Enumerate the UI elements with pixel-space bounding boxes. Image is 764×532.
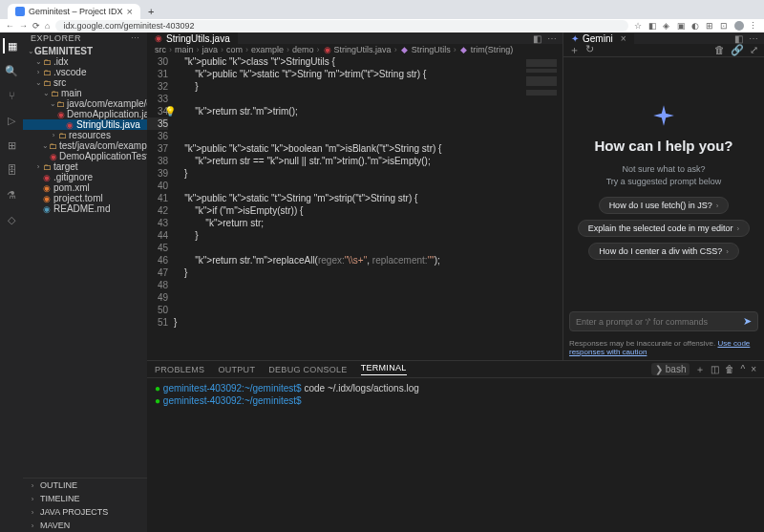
code-line[interactable] xyxy=(174,279,562,291)
tree-file[interactable]: ◉DemoApplicationTests.java xyxy=(23,151,147,161)
tree-file[interactable]: ◉.gitignore xyxy=(23,172,147,182)
tree-folder[interactable]: ›🗀target xyxy=(23,161,147,172)
code-line[interactable]: "k">if ("m">isEmpty(str)) { xyxy=(174,204,562,217)
link-icon[interactable]: 🔗 xyxy=(731,44,744,56)
new-chat-icon[interactable]: ＋ xyxy=(569,43,580,57)
url-field[interactable]: idx.google.com/geminitest-403092 xyxy=(55,20,628,32)
tree-file[interactable]: ◉README.md xyxy=(23,203,147,214)
sidebar-section[interactable]: ›TIMELINE xyxy=(23,492,147,505)
tree-file[interactable]: ◉pom.xml xyxy=(23,182,147,193)
ext-icon[interactable]: ◈ xyxy=(663,21,672,31)
code-line[interactable]: "k">public "k">static "t">String "m">tri… xyxy=(174,68,562,80)
tree-folder[interactable]: ›🗀.vscode xyxy=(23,67,147,77)
run-debug-icon[interactable]: ▷ xyxy=(4,113,19,128)
code-line[interactable] xyxy=(174,242,562,254)
panel-tab[interactable]: PROBLEMS xyxy=(155,365,204,374)
expand-icon[interactable]: ⤢ xyxy=(750,44,758,56)
more-icon[interactable]: ⋯ xyxy=(749,33,758,44)
panel-tab[interactable]: TERMINAL xyxy=(361,363,407,375)
tree-folder[interactable]: ⌄🗀src xyxy=(23,77,147,88)
editor-viewport[interactable]: 3031323334353637383940414243444546474849… xyxy=(147,55,562,360)
tree-folder[interactable]: ›🗀resources xyxy=(23,130,147,140)
new-terminal-icon[interactable]: ＋ xyxy=(695,363,705,376)
panel-tab[interactable]: DEBUG CONSOLE xyxy=(268,365,347,374)
code-line[interactable] xyxy=(174,291,562,304)
suggestion-chip[interactable]: How do I center a div with CSS?› xyxy=(588,243,739,260)
breadcrumb-segment[interactable]: src xyxy=(155,45,166,54)
code-line[interactable] xyxy=(174,117,562,130)
close-panel-icon[interactable]: × xyxy=(751,364,756,374)
breadcrumb-segment[interactable]: com xyxy=(226,45,243,54)
code-line[interactable]: } xyxy=(174,266,562,279)
search-icon[interactable]: 🔍 xyxy=(4,63,19,78)
split-terminal-icon[interactable]: ◫ xyxy=(711,364,719,374)
breadcrumb-segment[interactable]: ◉StringUtils.java xyxy=(323,45,392,54)
breadcrumb-segment[interactable]: ◆StringUtils xyxy=(400,45,451,54)
breadcrumb-segment[interactable]: demo xyxy=(292,45,314,54)
panel-tab[interactable]: OUTPUT xyxy=(218,365,255,374)
terminal[interactable]: ● geminitest-403092:~/geminitest$ code ~… xyxy=(147,378,764,532)
code-line[interactable] xyxy=(174,180,562,192)
ext-icon[interactable]: ▣ xyxy=(677,21,687,31)
code-line[interactable]: } xyxy=(174,229,562,242)
code-line[interactable]: "k">return str."m">replaceAll(regex:"\\s… xyxy=(174,254,562,266)
sidebar-section[interactable]: ›JAVA PROJECTS xyxy=(23,505,147,519)
breadcrumb-segment[interactable]: ◆trim(String) xyxy=(459,45,514,54)
maximize-panel-icon[interactable]: ^ xyxy=(740,364,745,374)
more-icon[interactable]: ⋯ xyxy=(131,33,140,43)
tree-root[interactable]: ⌄GEMINITEST xyxy=(23,46,147,56)
home-icon[interactable]: ⌂ xyxy=(45,21,50,31)
history-icon[interactable]: ↻ xyxy=(585,43,594,57)
explorer-icon[interactable]: ▦ xyxy=(3,38,18,53)
code-line[interactable]: } xyxy=(174,316,562,329)
more-actions-icon[interactable]: ⋯ xyxy=(547,33,557,44)
minimap[interactable] xyxy=(522,55,562,360)
ext-icon[interactable]: ◧ xyxy=(648,21,658,31)
shell-selector[interactable]: ❯ bash xyxy=(651,363,690,375)
lightbulb-icon[interactable]: 💡 xyxy=(164,105,176,117)
breadcrumb-segment[interactable]: example xyxy=(251,45,284,54)
ext-icon[interactable]: ◐ xyxy=(691,21,701,31)
tree-file[interactable]: ◉DemoApplication.java xyxy=(23,109,147,119)
editor-tab[interactable]: ◉ StringUtils.java xyxy=(147,32,239,44)
forward-icon[interactable]: → xyxy=(19,21,28,31)
breadcrumb[interactable]: src›main›java›com›example›demo›◉StringUt… xyxy=(147,44,562,55)
suggestion-chip[interactable]: Explain the selected code in my editor› xyxy=(578,220,750,237)
delete-icon[interactable]: 🗑 xyxy=(714,44,725,56)
split-editor-icon[interactable]: ◧ xyxy=(533,33,541,44)
tree-folder[interactable]: ⌄🗀test/java/com/example/demo xyxy=(23,140,147,151)
code-line[interactable]: } xyxy=(174,80,562,93)
kill-terminal-icon[interactable]: 🗑 xyxy=(725,364,734,374)
idx-icon[interactable]: ◇ xyxy=(4,212,19,227)
code-line[interactable] xyxy=(174,93,562,105)
code-line[interactable]: "k">public "k">static "t">String "m">str… xyxy=(174,192,562,204)
menu-icon[interactable]: ⋮ xyxy=(749,21,758,31)
tree-folder[interactable]: ⌄🗀java/com/example/demo xyxy=(23,98,147,109)
profile-avatar[interactable] xyxy=(734,21,744,31)
code-line[interactable]: "k">return str."m">trim(); xyxy=(174,105,562,117)
database-icon[interactable]: 🗄 xyxy=(4,162,19,178)
tree-file[interactable]: ◉project.toml xyxy=(23,193,147,203)
tree-folder[interactable]: ⌄🗀main xyxy=(23,88,147,98)
breadcrumb-segment[interactable]: main xyxy=(175,45,194,54)
code-line[interactable]: "k">public "k">static "k">boolean "m">is… xyxy=(174,142,562,155)
browser-tab[interactable]: Geminitest – Project IDX × xyxy=(8,4,140,19)
gemini-input[interactable]: ➤ xyxy=(569,311,758,331)
gemini-prompt-field[interactable] xyxy=(576,317,743,327)
back-icon[interactable]: ← xyxy=(6,21,14,31)
source-control-icon[interactable]: ⑂ xyxy=(4,88,19,103)
split-icon[interactable]: ◧ xyxy=(734,33,743,44)
refresh-icon[interactable]: ⟳ xyxy=(32,21,40,31)
code-line[interactable]: "k">return str == "k">null || str."m">tr… xyxy=(174,155,562,167)
sidebar-section[interactable]: ›MAVEN xyxy=(23,519,147,532)
ext-icon[interactable]: ⊡ xyxy=(720,21,730,31)
tree-folder[interactable]: ⌄🗀.idx xyxy=(23,56,147,67)
breadcrumb-segment[interactable]: java xyxy=(202,45,219,54)
extensions-icon[interactable]: ⊞ xyxy=(4,138,19,153)
ext-icon[interactable]: ⊞ xyxy=(706,21,715,31)
suggestion-chip[interactable]: How do I use fetch() in JS?› xyxy=(599,197,730,214)
code-line[interactable]: "k">public "k">class "t">StringUtils { xyxy=(174,55,562,68)
close-icon[interactable]: × xyxy=(621,33,626,44)
code-line[interactable] xyxy=(174,304,562,316)
beaker-icon[interactable]: ⚗ xyxy=(4,187,19,202)
